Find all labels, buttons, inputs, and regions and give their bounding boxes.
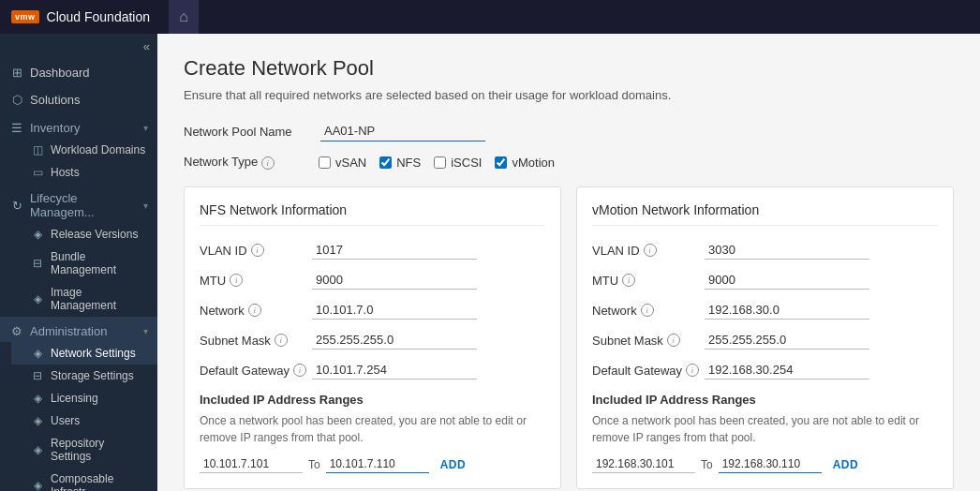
nfs-vlan-input[interactable] [312,241,477,260]
vmotion-network-info-icon: i [641,304,654,317]
collapse-icon: « [143,39,150,53]
chevron-down-icon: ▾ [143,123,148,133]
sidebar-item-release-versions[interactable]: ◈ Release Versions [11,223,157,246]
vmotion-network-label: Network i [592,304,705,318]
iscsi-checkbox[interactable] [434,156,446,169]
nfs-network-input[interactable] [312,301,477,320]
nfs-gateway-input[interactable] [312,361,477,379]
licensing-icon: ◈ [30,392,45,405]
sidebar-item-network-settings[interactable]: ◈ Network Settings [11,342,157,365]
nfs-panel: NFS Network Information VLAN ID i MTU i … [184,186,561,489]
nfs-mtu-label: MTU i [200,274,312,288]
sidebar-item-label: Network Settings [51,347,136,360]
sidebar-item-solutions[interactable]: ⬡ Solutions [0,86,157,113]
vmotion-mtu-info-icon: i [622,274,635,287]
sidebar-item-licensing[interactable]: ◈ Licensing [11,387,157,409]
sidebar-item-storage-settings[interactable]: ⊟ Storage Settings [11,365,157,387]
nfs-checkbox[interactable] [379,156,392,169]
vmotion-mtu-row: MTU i [592,271,938,290]
sidebar-item-label: Licensing [51,392,98,405]
inventory-submenu: ◫ Workload Domains ▭ Hosts [0,139,157,184]
dashboard-icon: ⊞ [9,66,24,80]
administration-icon: ⚙ [9,324,24,338]
iscsi-checkbox-label[interactable]: iSCSI [434,156,482,170]
vmotion-gateway-label: Default Gateway i [592,364,705,378]
nfs-ip-from-input[interactable] [200,455,303,473]
vmotion-ip-range-row: To ADD [592,455,938,473]
vmotion-gateway-input[interactable] [705,361,869,379]
workload-domains-icon: ◫ [30,143,45,156]
sidebar: « ⊞ Dashboard ⬡ Solutions ☰ Inventory ▾ … [0,34,157,491]
sidebar-item-administration[interactable]: ⚙ Administration ▾ [0,317,157,342]
sidebar-item-label: Release Versions [51,228,138,241]
pool-name-input[interactable] [320,121,485,141]
nfs-add-button[interactable]: ADD [435,456,472,473]
vsan-label: vSAN [335,156,366,170]
sidebar-collapse-button[interactable]: « [0,34,157,59]
iscsi-label: iSCSI [451,156,482,170]
users-icon: ◈ [30,414,45,427]
inventory-icon: ☰ [9,121,24,135]
sidebar-item-workload-domains[interactable]: ◫ Workload Domains [11,139,157,161]
vmw-logo: vmw [11,10,39,23]
network-settings-icon: ◈ [30,347,45,360]
nfs-mtu-row: MTU i [200,271,545,290]
sidebar-item-bundle-management[interactable]: ⊟ Bundle Management [11,246,157,281]
page-title: Create Network Pool [184,56,954,81]
home-button[interactable]: ⌂ [169,0,199,34]
vmotion-subnet-label: Subnet Mask i [592,334,705,348]
vmotion-subnet-input[interactable] [705,331,869,350]
release-icon: ◈ [30,228,45,241]
subnet-info-icon: i [275,334,288,347]
vmotion-network-input[interactable] [705,301,869,320]
vmotion-gateway-info-icon: i [686,364,699,377]
sidebar-item-dashboard[interactable]: ⊞ Dashboard [0,59,157,86]
sidebar-item-lifecycle[interactable]: ↻ Lifecycle Managem... ▾ [0,184,157,223]
sidebar-item-inventory[interactable]: ☰ Inventory ▾ [0,113,157,139]
vmotion-ip-from-input[interactable] [592,455,695,473]
vmotion-checkbox-label[interactable]: vMotion [495,156,555,170]
vsan-checkbox-label[interactable]: vSAN [319,156,366,170]
administration-submenu: ◈ Network Settings ⊟ Storage Settings ◈ … [0,342,157,491]
sidebar-item-label: Inventory [30,121,80,135]
topbar-title: Cloud Foundation [47,9,151,24]
vmotion-checkbox[interactable] [495,156,507,169]
vmotion-subnet-info-icon: i [667,334,680,347]
sidebar-item-hosts[interactable]: ▭ Hosts [11,161,157,184]
image-icon: ◈ [30,292,45,305]
storage-settings-icon: ⊟ [30,369,45,382]
nfs-mtu-input[interactable] [312,271,477,290]
network-type-info-icon: i [261,156,275,170]
sidebar-item-repository-settings[interactable]: ◈ Repository Settings [11,432,157,468]
nfs-vlan-row: VLAN ID i [200,241,545,260]
vmotion-add-button[interactable]: ADD [827,456,865,473]
sidebar-item-users[interactable]: ◈ Users [11,409,157,432]
vmotion-ip-to-input[interactable] [719,455,822,473]
vsan-checkbox[interactable] [319,156,331,169]
vmotion-ip-ranges-title: Included IP Address Ranges [592,393,938,407]
vmotion-label: vMotion [512,156,555,170]
composable-icon: ◈ [30,479,45,491]
page-subtitle: Ensure that all required networks are se… [184,88,954,102]
sidebar-item-composable-infra[interactable]: ◈ Composable Infrastr... [11,468,157,491]
sidebar-item-label: Administration [30,324,107,338]
repository-icon: ◈ [30,443,45,456]
nfs-vlan-label: VLAN ID i [200,244,312,258]
mtu-info-icon: i [230,274,243,287]
vmotion-mtu-label: MTU i [592,274,705,288]
hosts-icon: ▭ [30,166,45,179]
sidebar-item-label: Image Management [51,286,148,312]
vlan-info-icon: i [251,244,264,257]
pool-name-row: Network Pool Name [184,121,954,141]
vmotion-mtu-input[interactable] [705,271,869,290]
vmotion-vlan-input[interactable] [705,241,869,260]
nfs-subnet-row: Subnet Mask i [200,331,545,350]
sidebar-item-image-management[interactable]: ◈ Image Management [11,281,157,317]
sidebar-item-label: Composable Infrastr... [51,472,148,491]
nfs-checkbox-label[interactable]: NFS [379,156,421,170]
nfs-panel-title: NFS Network Information [200,202,545,226]
pool-name-label: Network Pool Name [184,125,305,139]
nfs-subnet-input[interactable] [312,331,477,350]
nfs-ip-to-input[interactable] [326,455,429,473]
sidebar-item-label: Users [51,414,80,427]
